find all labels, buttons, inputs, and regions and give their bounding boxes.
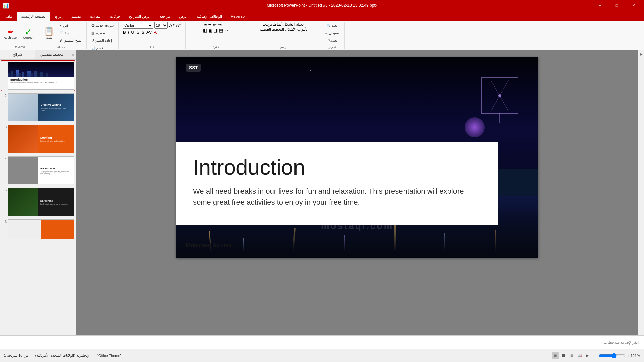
justify-button[interactable]: ▤ [219,28,223,33]
numbered-list-button[interactable]: ≣ [208,22,212,27]
shape-outline-button[interactable]: المخطط التفصيلي [259,27,284,31]
ribbon-group-paragraph: ≡ ≣ ⇤ ⇥ ⫼ ◧ ▣ ◨ ▤ ↔ فقرة [186,22,246,49]
italic-button[interactable]: I [128,29,129,35]
arrange-button[interactable]: ترتيب [262,22,272,27]
correct-button[interactable]: ✓ Correct [20,23,36,44]
slide-title: Introduction [193,156,481,179]
app-icon: 📊 [3,2,9,9]
window-title: Microsoft PowerPoint - Untitled #3 - 202… [267,3,377,8]
slide-item-5[interactable]: 5 Gardening Gardening is a great way to … [1,187,75,217]
strikethrough-button[interactable]: S [137,29,140,35]
right-panel: ▶ [638,50,644,335]
zoom-control: − + 121% [595,353,640,358]
close-panel-button[interactable]: ✕ [69,50,76,59]
slide-thumb-3: Cooking Cooking with style and creativit… [8,125,74,153]
bullet-list-button[interactable]: ≡ [204,22,207,27]
tab-insert[interactable]: إدراج [51,12,67,21]
titlebar: 📊 Microsoft PowerPoint - Untitled #3 - 2… [0,0,644,11]
slide-thumb-4: DIY Projects DIY projects are a great wa… [8,156,74,184]
slide-content-box: Introduction We all need breaks in our l… [176,142,498,225]
slide-panel: شرائح مخطط تفصيلي ✕ 1 [0,50,76,335]
styles-button[interactable]: أنماط [273,22,282,27]
view-buttons: ⊞ ☰ ⊟ 📖 ▶ [552,352,591,359]
layout-button[interactable]: ▦ تخطيط [89,29,116,36]
slide-thumb-1: Introduction We all need breaks in our l… [8,62,74,90]
maximize-button[interactable]: □ [609,0,625,11]
slide-item-2[interactable]: 2 Creative Writing Writing and expressin… [1,93,75,122]
char-spacing-button[interactable]: AV [146,29,152,35]
text-direction-button[interactable]: ↔ [224,28,229,33]
reset-button[interactable]: ↺ إعادة التعيين [89,37,116,44]
align-left-button[interactable]: ◧ [203,28,207,33]
copy-button[interactable]: 📄 نسخ [57,29,84,36]
zoom-slider[interactable] [599,353,626,358]
increase-font-button[interactable]: A⁺ [169,23,174,28]
align-center-button[interactable]: ▣ [208,28,212,33]
collapse-button[interactable]: ▶ [639,52,644,56]
reading-view-button[interactable]: 📖 [576,352,583,359]
minimize-button[interactable]: ─ [592,0,608,11]
new-slide-button[interactable]: 🖼 شريحة جديدة [89,22,116,29]
decrease-font-button[interactable]: A⁻ [176,23,181,28]
slide-item-3[interactable]: 3 Cooking Cooking with style and creativ… [1,124,75,154]
cut-button[interactable]: ✂ قص [57,22,84,29]
theme-indicator: "Office Theme" [97,354,121,358]
slide-list: 1 [0,60,76,335]
zoom-out-button[interactable]: − [595,354,597,358]
paste-button[interactable]: 📋 لصق [42,23,56,43]
tab-file[interactable]: ملف [1,12,16,21]
tab-outline[interactable]: مخطط تفصيلي [35,50,70,59]
slide-thumb-5: Gardening Gardening is a great way to im… [8,188,74,216]
slide-sorter-button[interactable]: ⊟ [568,352,575,359]
format-painter-button[interactable]: 🖌 نسخ التنسيق [57,37,84,44]
tab-view[interactable]: عرض [175,12,192,21]
zoom-level: 121% [631,354,640,358]
slide-body: We all need breaks in our lives for fun … [193,186,481,208]
font-family-select[interactable]: Calibri [123,22,153,29]
align-right-button[interactable]: ◨ [214,28,218,33]
slide-logo: SST [186,64,201,72]
underline-button[interactable]: U [131,29,134,35]
slideshow-button[interactable]: ▶ [584,352,591,359]
tab-addins[interactable]: الوظائف الإضافية [193,12,226,21]
slide-panel-tabs: شرائح مخطط تفصيلي ✕ [0,50,76,60]
bold-button[interactable]: B [123,29,126,35]
font-size-select[interactable]: 18 [154,22,168,29]
ferris-wheel [481,77,518,114]
shadow-button[interactable]: S [141,29,144,35]
slide-item-1[interactable]: 1 [1,61,75,90]
tab-slideshow[interactable]: عرض الشرائح [125,12,155,21]
find-button[interactable]: 🔍 بحث [325,22,340,29]
ribbon-group-clipboard: 📋 لصق ✂ قص 📄 نسخ 🖌 نسخ التنسيق الحافظة [39,22,87,49]
rephraser-button[interactable]: ✒ Rephraser [3,23,19,44]
slide-item-4[interactable]: 4 DIY Projects DIY projects are a great … [1,156,75,185]
tab-reverso[interactable]: Reverso [227,12,249,21]
increase-indent-button[interactable]: ⇥ [218,22,222,27]
close-button[interactable]: ✕ [626,0,641,11]
font-color-button[interactable]: A [154,29,157,35]
ribbon-group-slides: 🖼 شريحة جديدة ▦ تخطيط ↺ إعادة التعيين 📑 … [87,22,119,49]
columns-button[interactable]: ⫼ [223,22,227,27]
tab-design[interactable]: تصميم [67,12,85,21]
tab-review[interactable]: مراجعة [155,12,174,21]
zoom-in-button[interactable]: + [627,354,629,358]
ribbon-tabs: ملف الصفحة الرئيسية إدراج تصميم انتقالات… [0,11,644,21]
statusbar: 1 من 10 شريحة الإنجليزية (الولايات المتح… [0,349,644,362]
tab-slides[interactable]: شرائح [0,50,35,59]
ribbon-group-font: Calibri 18 A⁺ A⁻ B I U S S AV A خط [119,22,186,49]
slide-item-6[interactable]: 6 [1,219,75,240]
decrease-indent-button[interactable]: ⇤ [213,22,217,27]
shape-fill-button[interactable]: تعبئة الشكل [283,22,304,27]
normal-view-button[interactable]: ⊞ [552,352,559,359]
tab-animations[interactable]: حركات [106,12,124,21]
slide-count: 1 من 10 شريحة [4,353,29,358]
shape-effects-button[interactable]: تأثيرات الأشكال [285,27,307,31]
section-button[interactable]: 📑 قسم [89,44,116,51]
replace-button[interactable]: ↔ استبدال [323,29,342,36]
notes-bar[interactable]: انفر لإضافة ملاحظات [0,335,644,349]
slide-canvas[interactable]: Introduction We all need breaks in our l… [176,57,538,258]
outline-view-button[interactable]: ☰ [560,352,567,359]
select-button[interactable]: ⬚ تحديد [325,37,340,44]
tab-home[interactable]: الصفحة الرئيسية [17,12,50,21]
tab-transitions[interactable]: انتقالات [86,12,105,21]
